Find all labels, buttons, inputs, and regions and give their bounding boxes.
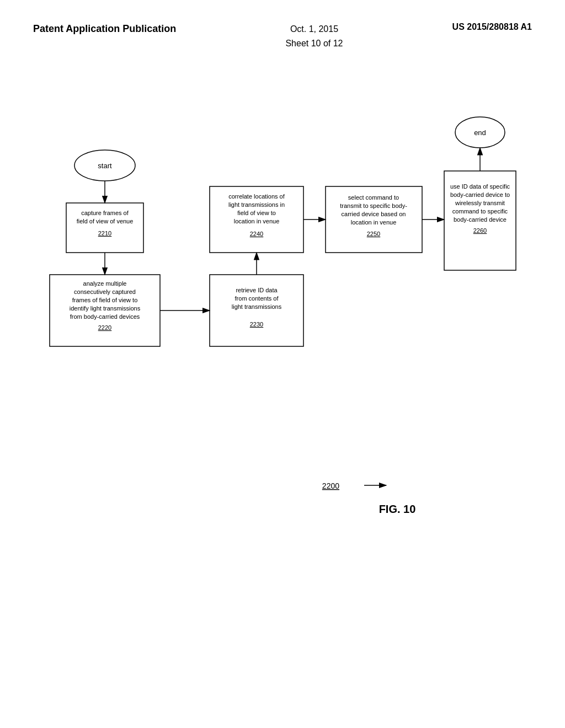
svg-text:light transmissions in: light transmissions in [228,201,285,208]
svg-text:field of view of venue: field of view of venue [77,218,134,224]
svg-text:use ID data of specific: use ID data of specific [450,183,510,190]
svg-text:location in venue: location in venue [234,218,280,224]
svg-text:identify light transmissions: identify light transmissions [70,305,141,312]
svg-text:2200: 2200 [322,481,339,490]
page-header: Patent Application Publication Oct. 1, 2… [0,22,565,50]
publication-title: Patent Application Publication [33,22,176,36]
svg-text:FIG. 10: FIG. 10 [379,503,416,515]
svg-text:from contents of: from contents of [235,295,279,302]
svg-text:location in venue: location in venue [351,219,397,226]
svg-text:start: start [98,162,112,170]
svg-text:frames of field of view to: frames of field of view to [72,297,138,303]
diagram-area: start capture frames of field of view of… [33,99,532,618]
svg-text:command to specific: command to specific [452,208,508,215]
svg-text:transmit to specific body-: transmit to specific body- [340,202,407,209]
sheet-info: Sheet 10 of 12 [285,39,343,48]
svg-text:body-carried device to: body-carried device to [450,191,510,198]
svg-text:field of view to: field of view to [237,210,276,216]
flowchart-svg: start capture frames of field of view of… [33,99,530,552]
svg-text:from body-carried devices: from body-carried devices [70,313,140,320]
svg-text:capture frames of: capture frames of [81,210,129,216]
svg-text:end: end [474,129,486,137]
svg-text:correlate locations of: correlate locations of [228,193,285,200]
svg-text:body-carried device: body-carried device [454,216,507,223]
patent-number: US 2015/280818 A1 [452,22,532,32]
svg-text:2260: 2260 [473,227,487,234]
svg-text:2230: 2230 [250,321,263,328]
svg-text:select command to: select command to [348,194,399,201]
header-center: Oct. 1, 2015 Sheet 10 of 12 [285,22,343,50]
svg-text:analyze multiple: analyze multiple [83,280,127,287]
svg-text:2220: 2220 [98,324,111,331]
svg-text:carried device based on: carried device based on [342,211,406,217]
svg-text:2210: 2210 [98,230,111,237]
svg-text:retrieve ID data: retrieve ID data [236,287,278,293]
svg-text:wirelessly transmit: wirelessly transmit [455,200,505,206]
svg-text:2240: 2240 [250,231,263,237]
publication-date: Oct. 1, 2015 [290,24,338,34]
svg-text:2250: 2250 [367,231,380,237]
svg-rect-16 [210,275,303,346]
svg-text:light transmissions: light transmissions [232,303,282,310]
svg-text:consecutively captured: consecutively captured [74,288,136,295]
